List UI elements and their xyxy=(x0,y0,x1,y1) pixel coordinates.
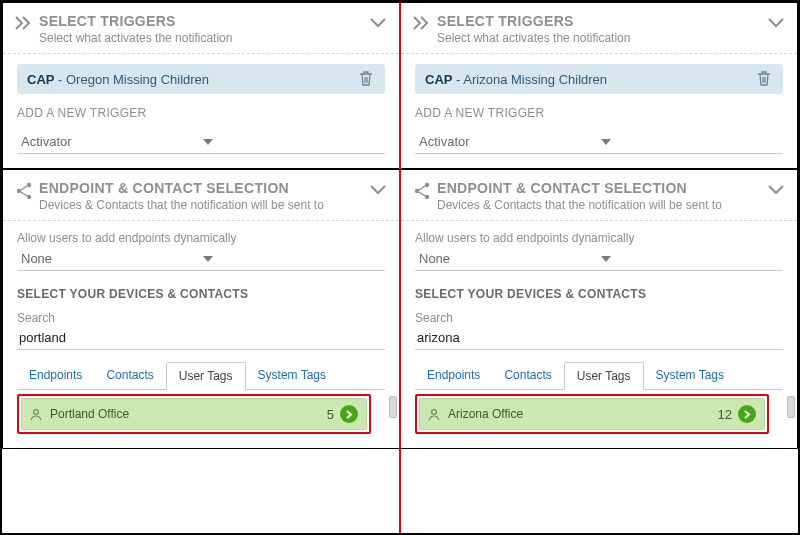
chevron-down-icon[interactable] xyxy=(767,180,785,196)
caret-down-icon xyxy=(601,256,783,262)
scrollbar[interactable] xyxy=(389,396,397,418)
endpoints-subtitle: Devices & Contacts that the notification… xyxy=(39,198,369,212)
tab-user-tags[interactable]: User Tags xyxy=(166,362,246,390)
chevron-down-icon[interactable] xyxy=(767,13,785,29)
triggers-title: SELECT TRIGGERS xyxy=(437,13,767,29)
dynamic-endpoints-label: Allow users to add endpoints dynamically xyxy=(17,231,385,245)
add-trigger-label: ADD A NEW TRIGGER xyxy=(17,106,385,120)
tab-user-tags[interactable]: User Tags xyxy=(564,362,644,390)
user-tag-row[interactable]: Portland Office 5 xyxy=(21,398,367,430)
endpoints-header[interactable]: ENDPOINT & CONTACT SELECTION Devices & C… xyxy=(401,170,797,221)
activator-label: Activator xyxy=(21,134,203,149)
trigger-chip-label: CAP - Oregon Missing Children xyxy=(27,72,359,87)
tab-system-tags[interactable]: System Tags xyxy=(644,362,736,389)
caret-down-icon xyxy=(203,139,385,145)
select-devices-heading: SELECT YOUR DEVICES & CONTACTS xyxy=(17,287,385,301)
arrow-circle-right-icon[interactable] xyxy=(340,405,358,423)
vertical-divider xyxy=(399,2,401,533)
user-tag-name: Arizona Office xyxy=(448,407,718,421)
triggers-subtitle: Select what activates the notification xyxy=(437,31,767,45)
tabs: Endpoints Contacts User Tags System Tags xyxy=(17,362,385,390)
dynamic-endpoints-value: None xyxy=(419,251,601,266)
endpoints-subtitle: Devices & Contacts that the notification… xyxy=(437,198,767,212)
svg-point-2 xyxy=(27,195,31,199)
person-icon xyxy=(428,408,440,421)
result-highlight: Portland Office 5 xyxy=(17,394,371,434)
triggers-header[interactable]: SELECT TRIGGERS Select what activates th… xyxy=(3,3,399,54)
dynamic-endpoints-dropdown[interactable]: None xyxy=(17,247,385,271)
trigger-chip[interactable]: CAP - Oregon Missing Children xyxy=(17,64,385,94)
search-input[interactable] xyxy=(415,327,783,350)
chevron-down-icon[interactable] xyxy=(369,13,387,29)
user-tag-count: 12 xyxy=(718,407,732,422)
caret-down-icon xyxy=(203,256,385,262)
dynamic-endpoints-value: None xyxy=(21,251,203,266)
share-icon xyxy=(15,180,39,200)
search-label: Search xyxy=(17,311,385,325)
svg-point-5 xyxy=(425,183,429,187)
select-devices-heading: SELECT YOUR DEVICES & CONTACTS xyxy=(415,287,783,301)
svg-point-7 xyxy=(432,409,437,414)
double-chevron-right-icon xyxy=(413,13,437,31)
search-input[interactable] xyxy=(17,327,385,350)
trash-icon[interactable] xyxy=(359,71,375,87)
triggers-header[interactable]: SELECT TRIGGERS Select what activates th… xyxy=(401,3,797,54)
svg-point-1 xyxy=(27,183,31,187)
chevron-down-icon[interactable] xyxy=(369,180,387,196)
trigger-chip-label: CAP - Arizona Missing Children xyxy=(425,72,757,87)
tab-system-tags[interactable]: System Tags xyxy=(246,362,338,389)
activator-dropdown[interactable]: Activator xyxy=(17,130,385,154)
person-icon xyxy=(30,408,42,421)
user-tag-count: 5 xyxy=(327,407,334,422)
trash-icon[interactable] xyxy=(757,71,773,87)
dynamic-endpoints-dropdown[interactable]: None xyxy=(415,247,783,271)
endpoints-header[interactable]: ENDPOINT & CONTACT SELECTION Devices & C… xyxy=(3,170,399,221)
tab-endpoints[interactable]: Endpoints xyxy=(17,362,94,389)
svg-point-3 xyxy=(34,409,39,414)
activator-label: Activator xyxy=(419,134,601,149)
triggers-subtitle: Select what activates the notification xyxy=(39,31,369,45)
svg-point-0 xyxy=(17,189,21,193)
tabs: Endpoints Contacts User Tags System Tags xyxy=(415,362,783,390)
svg-point-4 xyxy=(415,189,419,193)
scrollbar[interactable] xyxy=(787,396,795,418)
tab-endpoints[interactable]: Endpoints xyxy=(415,362,492,389)
result-highlight: Arizona Office 12 xyxy=(415,394,769,434)
activator-dropdown[interactable]: Activator xyxy=(415,130,783,154)
endpoints-title: ENDPOINT & CONTACT SELECTION xyxy=(437,180,767,196)
trigger-chip[interactable]: CAP - Arizona Missing Children xyxy=(415,64,783,94)
tab-contacts[interactable]: Contacts xyxy=(94,362,165,389)
search-label: Search xyxy=(415,311,783,325)
arrow-circle-right-icon[interactable] xyxy=(738,405,756,423)
add-trigger-label: ADD A NEW TRIGGER xyxy=(415,106,783,120)
tab-contacts[interactable]: Contacts xyxy=(492,362,563,389)
share-icon xyxy=(413,180,437,200)
dynamic-endpoints-label: Allow users to add endpoints dynamically xyxy=(415,231,783,245)
user-tag-row[interactable]: Arizona Office 12 xyxy=(419,398,765,430)
endpoints-title: ENDPOINT & CONTACT SELECTION xyxy=(39,180,369,196)
svg-point-6 xyxy=(425,195,429,199)
double-chevron-right-icon xyxy=(15,13,39,31)
caret-down-icon xyxy=(601,139,783,145)
user-tag-name: Portland Office xyxy=(50,407,327,421)
triggers-title: SELECT TRIGGERS xyxy=(39,13,369,29)
